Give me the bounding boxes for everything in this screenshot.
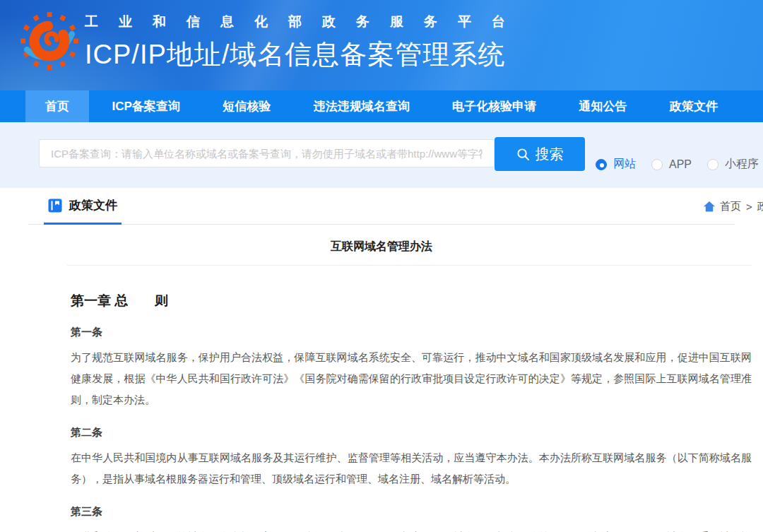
system-title: ICP/IP地址/域名信息备案管理系统 xyxy=(85,37,526,73)
law-document: 互联网域名管理办法 第一章 总 则 第一条 为了规范互联网域名服务，保护用户合法… xyxy=(0,240,763,532)
section-heading: 第二条 xyxy=(71,426,752,439)
radio-unchecked-icon[interactable] xyxy=(707,159,718,170)
section-heading: 第一条 xyxy=(71,326,752,339)
platform-title: 工业和信息化部政务服务平台 xyxy=(85,13,526,31)
law-section-3: 第三条 工业和信息化部对全国的域名服务实施监督管理，主要职责是：（一）制定互联网… xyxy=(71,505,752,532)
search-type-option-app[interactable]: APP xyxy=(651,158,692,171)
tab-policy-files[interactable]: 政策文件 xyxy=(44,188,122,225)
section-body: 在中华人民共和国境内从事互联网域名服务及其运行维护、监督管理等相关活动，应当遵守… xyxy=(71,447,752,490)
search-button-label: 搜索 xyxy=(536,145,564,164)
section-tab-row: 政策文件 首页 > 政策文件 xyxy=(28,188,735,225)
policy-book-icon xyxy=(48,199,62,213)
breadcrumb-current: 政策文件 xyxy=(757,200,763,213)
breadcrumb: 首页 > 政策文件 xyxy=(704,188,763,225)
radio-unchecked-icon[interactable] xyxy=(651,159,663,170)
search-type-option-miniprogram[interactable]: 小程序 xyxy=(707,157,759,172)
nav-item-icp-query[interactable]: ICP备案查询 xyxy=(92,90,199,122)
nav-item-policy-files[interactable]: 政策文件 xyxy=(650,90,738,122)
law-section-2: 第二条 在中华人民共和国境内从事互联网域名服务及其运行维护、监督管理等相关活动，… xyxy=(71,426,752,490)
divider xyxy=(67,265,752,266)
nav-item-illegal-domain-query[interactable]: 违法违规域名查询 xyxy=(294,90,430,122)
search-icon xyxy=(516,148,530,161)
miit-gear-e-logo-icon xyxy=(18,10,81,72)
home-icon xyxy=(704,201,715,212)
chapter-heading: 第一章 总 则 xyxy=(71,292,752,310)
main-nav: 首页 ICP备案查询 短信核验 违法违规域名查询 电子化核验申请 通知公告 政策… xyxy=(0,90,763,122)
search-input[interactable] xyxy=(39,139,495,167)
nav-item-notices[interactable]: 通知公告 xyxy=(560,90,647,122)
nav-item-e-verification[interactable]: 电子化核验申请 xyxy=(432,90,556,122)
radio-checked-icon[interactable] xyxy=(596,159,607,170)
breadcrumb-home[interactable]: 首页 xyxy=(720,200,741,213)
nav-item-home[interactable]: 首页 xyxy=(25,90,89,122)
search-type-option-website[interactable]: 网站 xyxy=(596,157,636,172)
search-button[interactable]: 搜索 xyxy=(495,137,585,171)
tab-label: 政策文件 xyxy=(69,197,117,213)
section-heading: 第三条 xyxy=(71,505,752,519)
search-section: 搜索 网站 APP 小程序 快应用 xyxy=(0,122,763,188)
content-area: 政策文件 首页 > 政策文件 互联网域名管理办法 第一章 总 则 第一条 为了规… xyxy=(0,188,763,532)
site-header: 工业和信息化部政务服务平台 ICP/IP地址/域名信息备案管理系统 xyxy=(0,0,763,90)
law-section-1: 第一条 为了规范互联网域名服务，保护用户合法权益，保障互联网域名系统安全、可靠运… xyxy=(71,326,752,410)
document-title: 互联网域名管理办法 xyxy=(71,240,752,254)
header-titles: 工业和信息化部政务服务平台 ICP/IP地址/域名信息备案管理系统 xyxy=(85,13,526,73)
search-type-options: 网站 APP 小程序 快应用 xyxy=(596,157,763,172)
section-body: 工业和信息化部对全国的域名服务实施监督管理，主要职责是：（一）制定互联网域名管理… xyxy=(71,526,752,532)
nav-item-sms-verify[interactable]: 短信核验 xyxy=(203,90,290,122)
breadcrumb-separator: > xyxy=(746,201,752,213)
section-body: 为了规范互联网域名服务，保护用户合法权益，保障互联网域名系统安全、可靠运行，推动… xyxy=(71,347,752,410)
